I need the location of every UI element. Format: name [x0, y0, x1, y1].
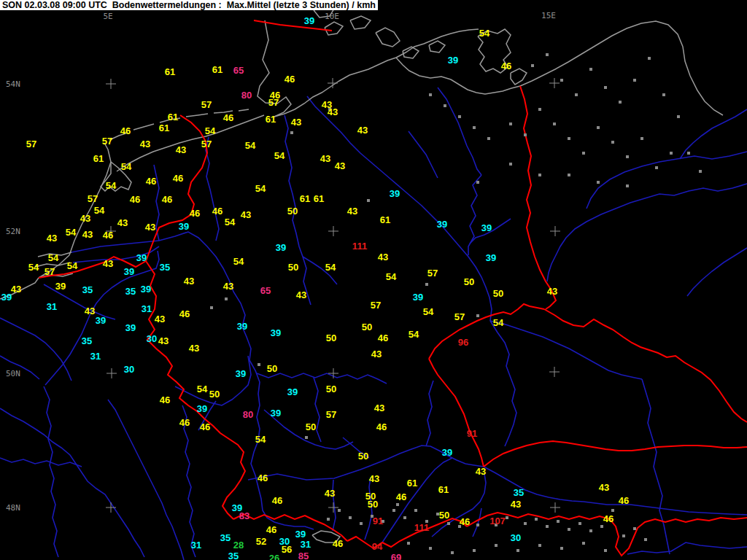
station-reading: 46	[223, 113, 233, 122]
terrain-mark	[290, 131, 293, 134]
station-reading: 43	[176, 145, 186, 155]
terrain-mark	[305, 436, 308, 439]
station-reading: 61	[380, 215, 390, 225]
station-reading: 57	[371, 300, 381, 310]
map-line	[350, 16, 371, 29]
station-reading: 57	[326, 410, 336, 419]
station-reading: 46	[130, 195, 140, 204]
station-reading: 43	[11, 284, 21, 294]
station-reading: 43	[335, 161, 345, 171]
map-line	[0, 458, 82, 467]
terrain-mark	[258, 363, 260, 366]
station-reading: 50	[493, 289, 503, 298]
terrain-mark	[568, 137, 570, 140]
map-line	[438, 88, 481, 175]
terrain-mark	[531, 64, 534, 67]
station-reading: 43	[155, 314, 165, 324]
station-reading: 46	[160, 395, 170, 405]
map-line	[396, 29, 479, 58]
station-reading: 39	[1, 292, 12, 302]
terrain-mark	[677, 115, 680, 118]
terrain-mark	[425, 283, 428, 286]
terrain-mark	[487, 137, 490, 140]
station-reading: 54	[409, 330, 419, 339]
station-reading: 31	[191, 540, 201, 550]
station-reading: 46	[460, 517, 470, 526]
terrain-mark	[476, 524, 479, 526]
terrain-mark	[644, 538, 647, 541]
station-reading: 46	[501, 61, 511, 71]
terrain-mark	[619, 101, 622, 104]
station-reading: 43	[296, 290, 306, 300]
terrain-mark	[597, 126, 600, 129]
terrain-mark	[546, 53, 549, 56]
terrain-mark	[458, 115, 461, 118]
terrain-mark	[662, 93, 665, 96]
terrain-mark	[473, 549, 476, 552]
station-reading: 46	[285, 74, 295, 84]
map-line	[233, 514, 347, 541]
station-reading: 46	[258, 473, 268, 483]
station-reading: 61	[168, 112, 178, 122]
station-reading: 43	[378, 252, 388, 262]
station-reading: 54	[423, 307, 433, 316]
station-reading: 35	[82, 285, 93, 295]
station-reading: 54	[205, 126, 215, 136]
terrain-mark	[575, 93, 578, 96]
terrain-mark	[429, 93, 432, 96]
terrain-mark	[582, 542, 585, 545]
grid-cross	[550, 226, 560, 236]
station-reading: 43	[140, 139, 150, 149]
station-reading: 54	[225, 217, 235, 227]
terrain-mark	[600, 525, 603, 528]
station-reading: 39	[413, 292, 423, 302]
map-line	[146, 261, 245, 519]
station-reading: 54	[245, 141, 255, 150]
map-title: SON 02.03.08 09:00 UTC Bodenwettermeldun…	[0, 0, 378, 10]
lon-label: 5E	[103, 12, 112, 20]
station-reading: 39	[481, 223, 492, 233]
terrain-mark	[553, 122, 556, 125]
terrain-mark	[338, 509, 341, 512]
station-reading: 83	[239, 511, 249, 521]
station-reading: 46	[190, 209, 200, 218]
map-line	[429, 41, 445, 52]
terrain-mark	[687, 152, 690, 155]
terrain-mark	[699, 170, 702, 173]
terrain-mark	[495, 544, 498, 547]
station-reading: 50	[368, 499, 378, 509]
station-reading: 54	[255, 184, 266, 193]
station-reading: 31	[47, 302, 57, 311]
station-reading: 39	[125, 323, 136, 332]
terrain-mark	[392, 509, 395, 512]
station-reading: 43	[599, 483, 609, 492]
station-reading: 46	[120, 126, 131, 136]
map-line	[314, 378, 321, 442]
station-reading: 46	[103, 230, 113, 240]
station-reading: 39	[276, 243, 286, 252]
weather-map-screen: SON 02.03.08 09:00 UTC Bodenwettermeldun…	[0, 0, 747, 560]
station-reading: 39	[141, 284, 151, 294]
terrain-mark	[589, 529, 592, 532]
station-reading: 57	[201, 100, 212, 109]
station-reading: 39	[96, 316, 106, 325]
map-line	[0, 408, 144, 557]
station-reading: 91	[373, 516, 383, 526]
map-line	[285, 115, 303, 257]
station-reading: 46	[272, 496, 282, 505]
terrain-mark	[516, 549, 519, 552]
station-reading: 54	[233, 257, 244, 266]
map-line	[325, 22, 343, 35]
station-reading: 54	[121, 162, 131, 171]
station-reading: 50	[326, 333, 336, 343]
terrain-mark	[604, 86, 607, 89]
station-reading: 46	[212, 206, 222, 216]
station-reading: 30	[147, 334, 157, 343]
station-reading: 43	[476, 467, 486, 476]
terrain-mark	[225, 298, 228, 300]
map-line	[687, 248, 747, 296]
station-reading: 54	[255, 435, 266, 444]
grid-cross	[106, 502, 116, 513]
station-reading: 50	[306, 422, 316, 432]
station-reading: 54	[197, 384, 207, 394]
